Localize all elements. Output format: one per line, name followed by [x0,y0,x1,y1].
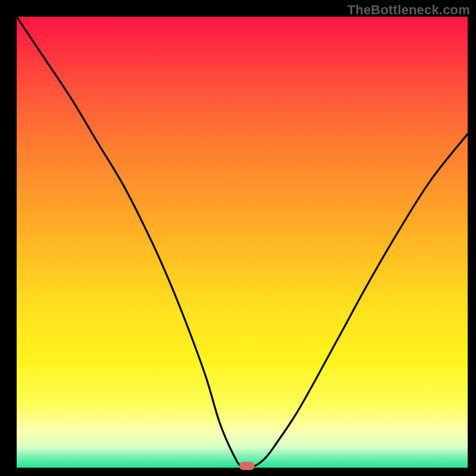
attribution-text: TheBottleneck.com [347,2,470,18]
chart-frame: TheBottleneck.com [0,0,476,476]
curve-path [17,17,468,468]
bottleneck-marker [239,462,255,470]
curve-svg [17,17,468,468]
plot-area [17,17,468,468]
